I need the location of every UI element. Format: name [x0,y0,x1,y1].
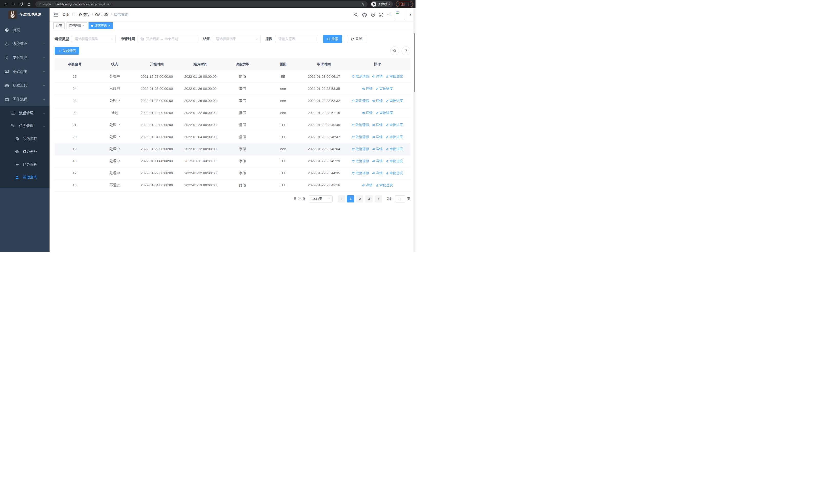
eye-icon [372,99,375,102]
browser-update-button[interactable]: 更新 ⋮ [396,1,413,7]
avatar-caret-icon[interactable]: ▼ [409,13,412,16]
tab-流程详情[interactable]: 流程详情✕ [66,22,87,29]
cancel-action-link[interactable]: 取消请假 [352,171,369,176]
page-button-2[interactable]: 2 [356,195,364,203]
tab-首页[interactable]: 首页 [53,22,65,29]
sidebar-logo[interactable]: 芋道管理系统 [0,8,50,21]
detail-action-link[interactable]: 详情 [372,98,383,103]
cancel-action-link[interactable]: 取消请假 [352,147,369,151]
breadcrumb-item[interactable]: OA 示例 [95,12,108,17]
cancel-action-link[interactable]: 取消请假 [352,123,369,127]
cancel-action-link[interactable]: 取消请假 [352,74,369,79]
create-leave-button[interactable]: 发起请假 [55,47,79,55]
detail-action-link[interactable]: 详情 [372,135,383,139]
table-row[interactable]: 19处理中2022-01-22 00:00:002022-01-22 00:00… [55,143,410,155]
progress-action-link[interactable]: 审批进度 [386,74,403,79]
progress-action-link[interactable]: 审批进度 [386,147,403,151]
sidebar-item-任务管理[interactable]: 任务管理 [0,120,50,132]
page-scrollbar[interactable] [413,8,416,252]
fullscreen-icon[interactable] [379,12,383,17]
detail-action-link[interactable]: 详情 [362,111,373,115]
scrollbar-thumb[interactable] [414,33,415,92]
action-label: 取消请假 [356,159,369,164]
tab-close-icon[interactable]: ✕ [108,24,110,27]
sidebar-item-基础设施[interactable]: 基础设施 [0,65,50,79]
progress-action-link[interactable]: 审批进度 [386,135,403,139]
address-bar[interactable]: 不安全 dashboard.yudao.iocoder.cn/bpm/oa/le… [35,1,368,7]
security-status[interactable]: 不安全 [38,2,52,6]
detail-action-link[interactable]: 详情 [372,123,383,127]
browser-menu-icon[interactable]: ⋮ [407,2,410,6]
detail-action-link[interactable]: 详情 [372,171,383,176]
eye-icon [15,150,20,154]
progress-action-link[interactable]: 审批进度 [376,111,393,115]
table-row[interactable]: 20处理中2022-01-04 00:00:002022-01-04 00:00… [55,131,410,143]
breadcrumb-item[interactable]: 首页 [62,12,69,17]
page-button-3[interactable]: 3 [366,195,373,203]
sidebar-item-首页[interactable]: 首页 [0,23,50,37]
next-page-button[interactable] [375,195,382,203]
table-header-row: 申请编号状态开始时间结束时间请假类型原因申请时间操作 [55,58,410,70]
table-row[interactable]: 24已取消2022-01-03 00:00:002022-01-26 00:00… [55,83,410,95]
browser-home-button[interactable] [26,1,32,7]
cancel-action-link[interactable]: 取消请假 [352,159,369,164]
help-icon[interactable] [371,12,375,17]
progress-action-link[interactable]: 审批进度 [376,183,393,187]
cell-reason: eee [263,107,303,119]
progress-action-link[interactable]: 审批进度 [386,123,403,127]
detail-action-link[interactable]: 详情 [362,87,373,91]
sidebar-fold-icon[interactable] [53,12,58,17]
detail-action-link[interactable]: 详情 [372,159,383,164]
page-size-select[interactable]: 10条/页 [309,195,333,203]
table-row[interactable]: 21处理中2022-01-22 00:00:002022-01-23 00:00… [55,119,410,131]
sidebar-item-我的流程[interactable]: 我的流程 [0,132,50,145]
prev-page-button[interactable] [338,195,345,203]
tab-close-icon[interactable]: ✕ [82,24,84,27]
table-row[interactable]: 23处理中2022-01-03 00:00:002022-01-26 00:00… [55,95,410,107]
github-icon[interactable] [362,12,367,17]
table-row[interactable]: 18处理中2022-01-11 00:00:002022-01-11 00:00… [55,155,410,167]
sidebar-item-已办任务[interactable]: 已办任务 [0,158,50,171]
page-button-1[interactable]: 1 [347,195,354,203]
table-row[interactable]: 17处理中2022-01-22 00:00:002022-01-22 00:00… [55,167,410,179]
apply-time-range-picker[interactable]: 开始日期 - 结束日期 [138,35,198,43]
table-row[interactable]: 22通过2022-01-22 00:00:002022-01-22 00:00:… [55,107,410,119]
toggle-search-button[interactable] [390,47,399,55]
face-icon [15,137,20,141]
progress-action-link[interactable]: 审批进度 [386,171,403,176]
progress-action-link[interactable]: 审批进度 [386,159,403,164]
sidebar-item-请假查询[interactable]: 请假查询 [0,171,50,184]
result-select[interactable]: 请选择流结果 [213,35,260,43]
incognito-icon [372,3,375,6]
header-search-icon[interactable] [354,12,358,17]
browser-back-button[interactable] [3,1,9,7]
bookmark-star-icon[interactable] [361,3,365,6]
progress-action-link[interactable]: 审批进度 [386,98,403,103]
detail-action-link[interactable]: 详情 [372,74,383,79]
refresh-table-button[interactable] [402,47,410,55]
detail-action-link[interactable]: 详情 [362,183,373,187]
user-avatar[interactable] [395,10,405,20]
sidebar-item-研发工具[interactable]: 研发工具 [0,79,50,92]
font-size-icon[interactable]: TT [387,12,391,17]
leave-type-select[interactable]: 请选择请假类型 [71,35,116,43]
browser-forward-button[interactable] [10,1,17,7]
progress-action-link[interactable]: 审批进度 [376,87,393,91]
search-button[interactable]: 搜索 [323,35,342,43]
sidebar-item-系统管理[interactable]: 系统管理 [0,37,50,51]
goto-page-input[interactable] [395,195,405,203]
table-row[interactable]: 25处理中2021-12-27 00:00:002022-01-19 00:00… [55,70,410,83]
sidebar-item-待办任务[interactable]: 待办任务 [0,145,50,158]
reason-input[interactable]: 请输入原因 [275,35,318,43]
breadcrumb-item[interactable]: 工作流程 [75,12,90,17]
detail-action-link[interactable]: 详情 [372,147,383,151]
tab-请假查询[interactable]: 请假查询✕ [89,22,113,29]
cancel-action-link[interactable]: 取消请假 [352,98,369,103]
table-row[interactable]: 16不通过2022-01-04 00:00:002022-01-13 00:00… [55,179,410,191]
sidebar-item-支付管理[interactable]: 支付管理 [0,51,50,65]
sidebar-item-流程管理[interactable]: 流程管理 [0,107,50,120]
sidebar-item-工作流程[interactable]: 工作流程 [0,92,50,106]
reset-button[interactable]: 重置 [347,35,366,43]
cancel-action-link[interactable]: 取消请假 [352,135,369,139]
browser-reload-button[interactable] [18,1,25,7]
